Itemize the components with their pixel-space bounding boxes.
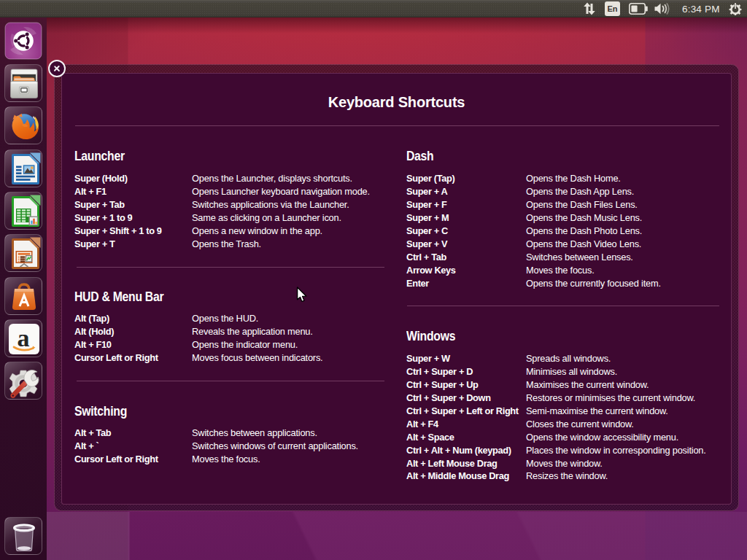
svg-text:a: a <box>18 324 30 351</box>
